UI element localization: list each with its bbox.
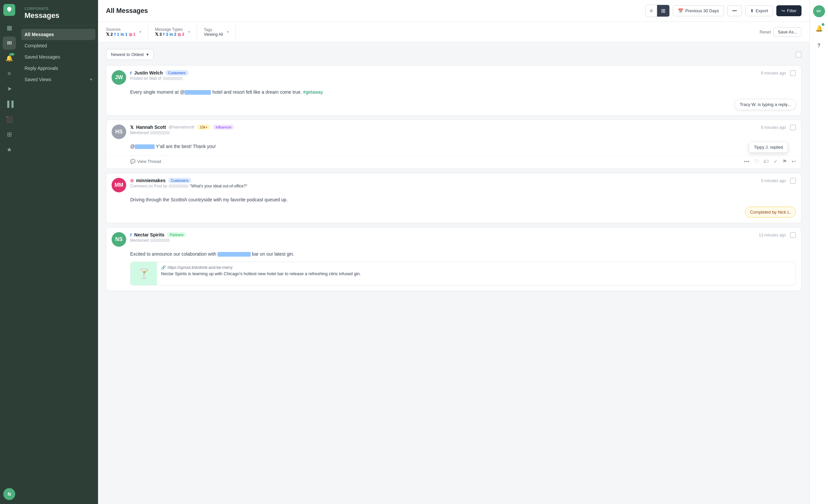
filter-button[interactable]: ↪ Filter (776, 5, 801, 16)
nav-analytics-icon[interactable]: ⬛ (3, 113, 16, 126)
select-all-checkbox[interactable] (795, 52, 801, 57)
card-meta-1: f Justin Welch Customers Posted on Wall … (130, 70, 757, 81)
typing-indicator-1: Tracy W. is typing a reply... (735, 99, 796, 110)
reply-icon[interactable]: ↩ (792, 158, 796, 165)
grid-view-button[interactable]: ⊞ (657, 5, 669, 16)
date-range-button[interactable]: 📅 Previous 30 Days (673, 5, 724, 16)
more-options-button[interactable]: ••• (727, 5, 742, 16)
page-title: All Messages (106, 7, 642, 14)
card-body-2: @ Y'all are the best! Thank you! (106, 142, 801, 155)
avatar-minnie: MM (112, 178, 126, 193)
badge-10k-2: 10k+ (197, 125, 210, 130)
export-icon: ⬆ (750, 8, 754, 13)
card-header-1: JW f Justin Welch Customers Posted on Wa… (106, 66, 801, 87)
sidebar-item-saved-messages[interactable]: Saved Messages (18, 51, 98, 62)
card-checkbox-2[interactable] (790, 125, 796, 130)
sender-handle-2: @hannahscott (169, 125, 195, 129)
save-as-button[interactable]: Save As... (773, 27, 801, 37)
messages-content: Newest to Oldest ▾ JW f Justin Welch Cus… (98, 42, 810, 504)
more-action-icon[interactable]: ••• (744, 159, 749, 165)
sidebar-item-reply-approvals[interactable]: Reply Approvals (18, 62, 98, 74)
sidebar-item-saved-views[interactable]: Saved Views ▾ (18, 74, 98, 85)
mentioned-blur-4 (150, 239, 170, 242)
sources-chevron-icon: ▾ (139, 30, 141, 34)
compose-button[interactable]: ✏ (813, 5, 825, 17)
nav-charts-icon[interactable]: ▐▐ (3, 97, 16, 111)
avatar-nectar: NS (112, 232, 126, 247)
platform-x-icon: 𝕏 (130, 125, 133, 130)
card-checkbox-4[interactable] (790, 232, 796, 238)
sidebar-item-all-messages[interactable]: All Messages (21, 29, 95, 40)
source-ig: ◎ 1 (129, 32, 135, 37)
link-url-4[interactable]: 🔗 https://sprout.link/drink-and-be-merry (161, 265, 361, 270)
card-checkbox-1[interactable] (790, 70, 796, 76)
badge-customers-1: Customers (165, 70, 188, 76)
link-icon: 🔗 (161, 265, 166, 270)
check-icon[interactable]: ✓ (773, 158, 778, 165)
message-types-chips: 𝕏 3 f 3 in 2 ◎ 2 (155, 32, 184, 37)
user-avatar[interactable]: N (3, 488, 15, 500)
indicator-row-1: Tracy W. is typing a reply... (130, 99, 796, 110)
export-button[interactable]: ⬆ Export (745, 5, 773, 16)
card-sub-2: Mentioned (130, 130, 757, 135)
list-view-button[interactable]: ≡ (646, 5, 657, 16)
sources-filter[interactable]: Sources 𝕏 2 f 1 in 1 ◎ 1 ▾ (106, 25, 149, 39)
card-body-1: Every single moment at @ hotel and resor… (106, 87, 801, 115)
notifications-button[interactable]: 🔔 (813, 23, 825, 34)
nav-home-icon[interactable]: ▦ (3, 21, 16, 34)
view-thread-link[interactable]: 💬 View Thread (130, 159, 161, 164)
nav-star-icon[interactable]: ★ (3, 143, 16, 156)
platform-fb-icon: f (130, 71, 131, 76)
source-li: in 1 (121, 32, 127, 37)
sort-dropdown[interactable]: Newest to Oldest ▾ (106, 49, 154, 60)
platform-fb-icon-4: f (130, 233, 131, 238)
nav-calendar-icon[interactable]: ⊞ (3, 128, 16, 141)
card-body-3: Driving through the Scottish countryside… (106, 195, 801, 223)
sources-label: Sources (106, 27, 135, 32)
source-x: 𝕏 2 (106, 32, 113, 37)
link-card-text-4: 🔗 https://sprout.link/drink-and-be-merry… (157, 262, 365, 285)
help-button[interactable]: ? (813, 40, 825, 52)
flag-icon[interactable]: ⚑ (782, 158, 787, 165)
action-bar-2: 💬 View Thread ••• ♡ 🏷 ✓ ⚑ ↩ (106, 155, 801, 169)
tags-filter[interactable]: Tags Viewing All ▾ (204, 25, 236, 39)
message-types-filter[interactable]: Message Types 𝕏 3 f 3 in 2 ◎ 2 ▾ (155, 25, 197, 39)
nav-bell-icon[interactable]: 🔔 (3, 52, 16, 65)
nav-inbox-icon[interactable]: ✉ (3, 36, 16, 50)
sidebar-header: Corporate Messages (18, 0, 98, 26)
app-logo[interactable] (3, 4, 15, 16)
type-ig: ◎ 2 (177, 32, 184, 37)
sender-name-2: Hannah Scott (136, 125, 166, 130)
sidebar-item-completed[interactable]: Completed (18, 40, 98, 51)
filter-icon: ↪ (781, 8, 785, 13)
card-header-3: MM ◎ minniemakes Customers Comment on Po… (106, 173, 801, 195)
type-li: in 2 (170, 32, 176, 37)
avatar-justin: JW (112, 70, 126, 85)
left-nav-rail: ▦ ✉ 🔔 ≡ ➤ ▐▐ ⬛ ⊞ ★ N (0, 0, 18, 504)
nav-send-icon[interactable]: ➤ (3, 82, 16, 95)
link-card-4: 🍸 🔗 https://sprout.link/drink-and-be-mer… (130, 262, 796, 286)
card-checkbox-3[interactable] (790, 178, 796, 184)
mention-blur-1 (184, 90, 211, 95)
tag-icon[interactable]: 🏷 (763, 159, 769, 165)
filter-bar: Sources 𝕏 2 f 1 in 1 ◎ 1 ▾ Message Types… (98, 22, 810, 42)
mention-blur-2 (135, 144, 155, 149)
sidebar-nav: All Messages Completed Saved Messages Re… (18, 26, 98, 504)
notification-badge (9, 53, 14, 56)
card-meta-4: f Nectar Spirits Partners Mentioned (130, 232, 755, 243)
tippy-replied-tooltip: Tippy J. replied (749, 142, 788, 153)
sender-name-1: Justin Welch (134, 70, 163, 76)
message-card-4: NS f Nectar Spirits Partners Mentioned 1… (106, 227, 801, 291)
action-icons-2: ••• ♡ 🏷 ✓ ⚑ ↩ (744, 158, 796, 165)
card-header-2: HS 𝕏 Hannah Scott @hannahscott 10k+ Infl… (106, 120, 801, 142)
source-fb: f 1 (114, 32, 119, 37)
heart-icon[interactable]: ♡ (754, 158, 759, 165)
sidebar: Corporate Messages All Messages Complete… (18, 0, 98, 504)
comment-icon: 💬 (130, 159, 135, 164)
notification-dot (822, 23, 824, 26)
nav-tasks-icon[interactable]: ≡ (3, 67, 16, 80)
brand-label: Corporate (25, 7, 92, 11)
message-types-chevron-icon: ▾ (188, 30, 190, 34)
platform-ig-icon: ◎ (130, 178, 133, 183)
reset-button[interactable]: Reset (759, 30, 771, 34)
